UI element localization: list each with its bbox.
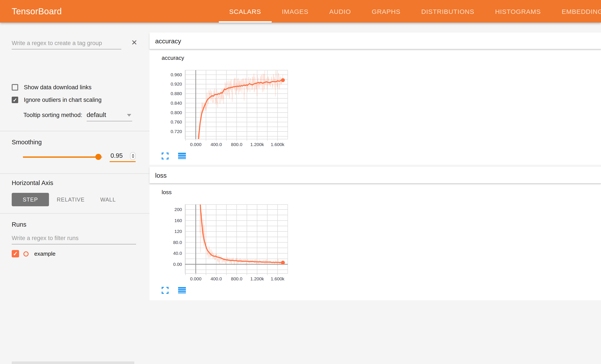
checkbox-show-download-links[interactable]: Show data download links bbox=[12, 84, 91, 91]
runs-filter-input[interactable] bbox=[12, 234, 136, 244]
group-accuracy: accuracy accuracy 0.9600.9200.8800.8400.… bbox=[150, 32, 601, 165]
smoothing-slider[interactable] bbox=[23, 156, 102, 158]
svg-text:0.000: 0.000 bbox=[190, 142, 201, 147]
group-accuracy-header[interactable]: accuracy bbox=[150, 32, 601, 49]
svg-text:0.00: 0.00 bbox=[173, 262, 182, 267]
checkbox-unchecked-icon bbox=[12, 84, 18, 91]
horizontal-axis-label: Horizontal Axis bbox=[12, 179, 53, 186]
svg-text:80.0: 80.0 bbox=[173, 240, 182, 245]
smoothing-value-input[interactable] bbox=[110, 152, 126, 160]
checkbox-checked-icon: ✓ bbox=[12, 97, 18, 103]
stepper-up-icon bbox=[131, 154, 134, 156]
svg-text:1.600k: 1.600k bbox=[271, 142, 285, 147]
svg-text:40.0: 40.0 bbox=[173, 251, 182, 256]
main-content: accuracy accuracy 0.9600.9200.8800.8400.… bbox=[150, 22, 601, 364]
loss-chart-actions bbox=[162, 287, 292, 294]
svg-text:0.760: 0.760 bbox=[170, 119, 182, 124]
tab-histograms[interactable]: HISTOGRAMS bbox=[485, 0, 551, 22]
svg-text:120: 120 bbox=[174, 229, 182, 234]
accuracy-chart-card: accuracy 0.9600.9200.8800.8400.8000.7600… bbox=[157, 55, 292, 160]
stepper-down-icon bbox=[131, 156, 134, 158]
divider bbox=[0, 173, 150, 174]
sidebar: ✕ Show data download links ✓ Ignore outl… bbox=[0, 22, 150, 364]
svg-text:1.600k: 1.600k bbox=[271, 276, 285, 281]
step-button[interactable]: STEP bbox=[12, 193, 49, 206]
wall-button[interactable]: WALL bbox=[92, 193, 124, 206]
group-title: loss bbox=[155, 171, 167, 179]
app-title: TensorBoard bbox=[12, 6, 62, 16]
chevron-down-icon bbox=[127, 114, 131, 117]
svg-text:400.0: 400.0 bbox=[210, 276, 222, 281]
svg-text:0.000: 0.000 bbox=[190, 276, 201, 281]
svg-text:0.800: 0.800 bbox=[170, 110, 182, 115]
close-icon[interactable]: ✕ bbox=[131, 39, 138, 46]
tab-graphs[interactable]: GRAPHS bbox=[361, 0, 411, 22]
svg-text:0.720: 0.720 bbox=[170, 129, 182, 134]
divider bbox=[0, 131, 150, 131]
tab-images[interactable]: IMAGES bbox=[271, 0, 319, 22]
horizontal-axis-buttons: STEP RELATIVE WALL bbox=[12, 193, 124, 206]
run-item-example[interactable]: ✓ example bbox=[12, 250, 55, 257]
svg-text:1.200k: 1.200k bbox=[250, 142, 264, 147]
smoothing-slider-row bbox=[23, 153, 140, 160]
runs-list-icon[interactable] bbox=[178, 287, 186, 294]
svg-text:0.840: 0.840 bbox=[170, 101, 182, 106]
smoothing-label: Smoothing bbox=[12, 139, 42, 146]
fullscreen-icon[interactable] bbox=[162, 152, 169, 160]
svg-text:0.920: 0.920 bbox=[170, 81, 182, 86]
svg-text:0.960: 0.960 bbox=[170, 72, 182, 77]
main-nav: SCALARS IMAGES AUDIO GRAPHS DISTRIBUTION… bbox=[219, 0, 601, 22]
tooltip-sorting-row: Tooltip sorting method: default bbox=[23, 111, 132, 121]
tensorboard-app: TensorBoard SCALARS IMAGES AUDIO GRAPHS … bbox=[0, 0, 601, 364]
runs-list-icon[interactable] bbox=[178, 152, 186, 160]
loss-chart-title: loss bbox=[162, 189, 292, 195]
slider-knob[interactable] bbox=[95, 154, 101, 160]
divider bbox=[0, 213, 150, 214]
run-color-circle-icon bbox=[23, 251, 29, 256]
loss-chart-card: loss 20016012080.040.00.000.000400.0800.… bbox=[157, 189, 292, 294]
fullscreen-icon[interactable] bbox=[162, 287, 169, 294]
run-checkbox-icon[interactable]: ✓ bbox=[12, 250, 19, 257]
group-accuracy-body: accuracy 0.9600.9200.8800.8400.8000.7600… bbox=[150, 49, 601, 165]
group-loss-header[interactable]: loss bbox=[150, 167, 601, 183]
svg-text:0.880: 0.880 bbox=[170, 91, 182, 96]
app-header: TensorBoard SCALARS IMAGES AUDIO GRAPHS … bbox=[0, 0, 601, 22]
tag-filter-row: ✕ bbox=[12, 38, 137, 50]
slider-fill bbox=[23, 156, 98, 158]
tag-filter-input[interactable] bbox=[12, 38, 121, 49]
tab-scalars[interactable]: SCALARS bbox=[219, 0, 271, 22]
tooltip-sorting-dropdown[interactable]: default bbox=[87, 111, 132, 121]
loss-chart[interactable]: 20016012080.040.00.000.000400.0800.01.20… bbox=[157, 197, 292, 283]
runs-label: Runs bbox=[12, 221, 26, 228]
smoothing-value-box bbox=[110, 152, 136, 162]
svg-text:200: 200 bbox=[174, 207, 182, 212]
group-loss: loss loss 20016012080.040.00.000.000400.… bbox=[150, 167, 601, 300]
svg-text:800.0: 800.0 bbox=[231, 276, 242, 281]
svg-text:160: 160 bbox=[174, 218, 182, 223]
runs-filter-row bbox=[12, 234, 136, 244]
toggle-all-runs-button[interactable]: TOGGLE ALL RUNS bbox=[12, 361, 134, 364]
tab-audio[interactable]: AUDIO bbox=[319, 0, 361, 22]
accuracy-chart-title: accuracy bbox=[162, 55, 292, 61]
svg-text:800.0: 800.0 bbox=[231, 142, 242, 147]
group-title: accuracy bbox=[155, 37, 181, 44]
svg-text:1.200k: 1.200k bbox=[250, 276, 264, 281]
checkbox-ignore-outliers[interactable]: ✓ Ignore outliers in chart scaling bbox=[12, 97, 102, 103]
accuracy-chart-actions bbox=[162, 152, 292, 160]
tab-distributions[interactable]: DISTRIBUTIONS bbox=[411, 0, 485, 22]
svg-text:400.0: 400.0 bbox=[210, 142, 222, 147]
group-loss-body: loss 20016012080.040.00.000.000400.0800.… bbox=[150, 183, 601, 300]
tab-embeddings[interactable]: EMBEDDINGS bbox=[551, 0, 601, 22]
relative-button[interactable]: RELATIVE bbox=[49, 193, 92, 206]
accuracy-chart[interactable]: 0.9600.9200.8800.8400.8000.7600.7200.000… bbox=[157, 62, 292, 149]
stepper[interactable] bbox=[130, 152, 136, 160]
